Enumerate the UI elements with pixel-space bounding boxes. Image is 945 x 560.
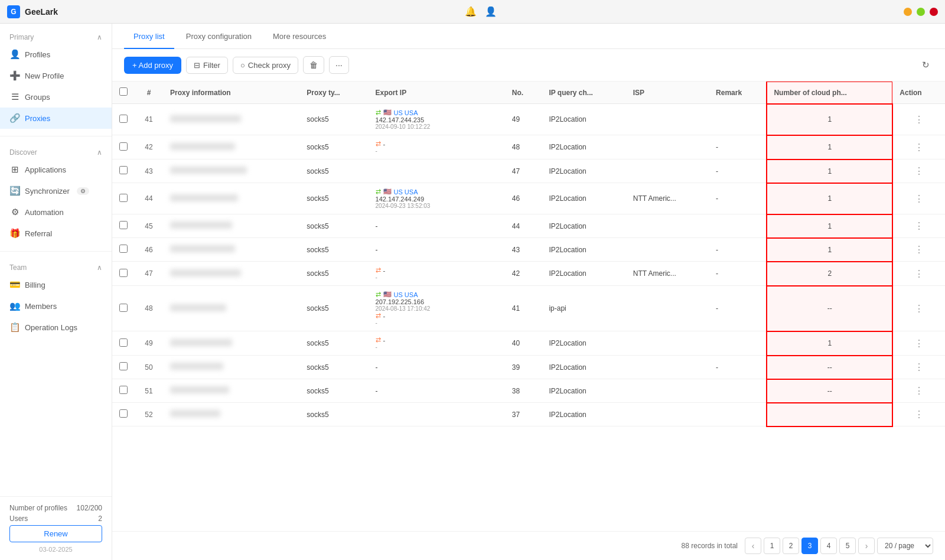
cloud-phones-cell: -- (767, 356, 892, 379)
primary-section-header[interactable]: Primary ∧ (0, 28, 112, 44)
more-button[interactable]: ··· (329, 56, 349, 74)
row-action-button[interactable]: ⋮ (911, 141, 927, 154)
proxy-info-cell (163, 183, 299, 214)
no-cell: 37 (505, 403, 542, 426)
no-cell: 47 (505, 159, 542, 183)
proxy-type-cell: socks5 (299, 183, 368, 214)
sidebar-item-new-profile[interactable]: ➕ New Profile (0, 65, 112, 86)
row-checkbox[interactable] (119, 386, 128, 394)
row-checkbox[interactable] (119, 269, 128, 277)
sidebar-item-automation[interactable]: ⚙ Automation (0, 201, 112, 223)
remark-cell: - (709, 356, 767, 379)
row-checkbox[interactable] (119, 304, 128, 312)
tab-more-resources[interactable]: More resources (263, 24, 335, 49)
team-section-header[interactable]: Team ∧ (0, 259, 112, 274)
row-action-button[interactable]: ⋮ (911, 408, 927, 421)
exchange-green-icon: ⇄ (376, 188, 381, 196)
select-all-checkbox[interactable] (119, 87, 128, 96)
page-1-button[interactable]: 1 (764, 538, 780, 554)
row-checkbox[interactable] (119, 338, 128, 347)
row-action-button[interactable]: ⋮ (911, 219, 927, 233)
automation-label: Automation (25, 208, 64, 217)
row-checkbox-cell[interactable] (112, 238, 135, 262)
page-3-button[interactable]: 3 (801, 538, 818, 554)
row-action-button[interactable]: ⋮ (911, 113, 927, 126)
row-checkbox-cell[interactable] (112, 379, 135, 403)
row-checkbox-cell[interactable] (112, 214, 135, 238)
proxy-type-cell: socks5 (299, 286, 368, 331)
refresh-button[interactable]: ↻ (918, 56, 933, 74)
maximize-button[interactable]: □ (917, 8, 925, 16)
header-checkbox[interactable] (112, 82, 135, 104)
users-info: Users 2 (9, 515, 102, 523)
cloud-phones-cell: -- (767, 379, 892, 403)
row-checkbox[interactable] (119, 409, 128, 418)
row-checkbox-cell[interactable] (112, 262, 135, 286)
row-checkbox[interactable] (119, 142, 128, 151)
row-checkbox[interactable] (119, 221, 128, 229)
add-proxy-button[interactable]: + Add proxy (124, 57, 181, 74)
table-row: 49 socks5 ⇄ - - 40 IP2Location 1 ⋮ (112, 331, 945, 356)
close-button[interactable]: × (930, 8, 938, 16)
row-action-button[interactable]: ⋮ (911, 384, 927, 398)
row-checkbox-cell[interactable] (112, 331, 135, 356)
row-action-button[interactable]: ⋮ (911, 164, 927, 178)
row-checkbox-cell[interactable] (112, 104, 135, 135)
row-checkbox[interactable] (119, 245, 128, 253)
proxies-label: Proxies (25, 114, 50, 123)
check-proxy-button[interactable]: ○ Check proxy (233, 57, 298, 74)
row-checkbox[interactable] (119, 115, 128, 123)
renew-button[interactable]: Renew (9, 525, 102, 542)
row-checkbox-cell[interactable] (112, 183, 135, 214)
row-checkbox[interactable] (119, 362, 128, 370)
per-page-select[interactable]: 20 / page 50 / page 100 / page (877, 538, 933, 554)
users-label: Users (9, 515, 28, 523)
minimize-button[interactable]: − (904, 8, 912, 16)
sidebar-item-profiles[interactable]: 👤 Profiles (0, 44, 112, 65)
sidebar-item-proxies[interactable]: 🔗 Proxies (0, 108, 112, 129)
row-checkbox[interactable] (119, 194, 128, 202)
user-icon[interactable]: 👤 (485, 6, 497, 17)
sidebar-item-applications[interactable]: ⊞ Applications (0, 159, 112, 180)
users-count: 2 (98, 515, 102, 523)
synchronizer-icon: 🔄 (9, 185, 20, 196)
tab-proxy-list[interactable]: Proxy list (124, 24, 174, 49)
row-action-button[interactable]: ⋮ (911, 360, 927, 374)
row-action-button[interactable]: ⋮ (911, 243, 927, 256)
row-action-button[interactable]: ⋮ (911, 302, 927, 315)
export-ip-cell: ⇄ 🇺🇸 US USA 142.147.244.249 2024-09-23 1… (369, 183, 505, 214)
billing-icon: 💳 (9, 279, 20, 290)
row-checkbox-cell[interactable] (112, 135, 135, 159)
filter-button[interactable]: ⊟ Filter (186, 57, 228, 74)
row-checkbox-cell[interactable] (112, 403, 135, 426)
discover-section-header[interactable]: Discover ∧ (0, 144, 112, 159)
row-checkbox-cell[interactable] (112, 286, 135, 331)
sidebar-item-billing[interactable]: 💳 Billing (0, 274, 112, 295)
row-checkbox-cell[interactable] (112, 356, 135, 379)
row-action-button[interactable]: ⋮ (911, 337, 927, 350)
ip-query-cell: IP2Location (542, 104, 625, 135)
delete-button[interactable]: 🗑 (303, 56, 324, 74)
row-action-button[interactable]: ⋮ (911, 267, 927, 281)
secondary-dash: - (383, 267, 386, 274)
row-checkbox[interactable] (119, 166, 128, 174)
sidebar-item-referral[interactable]: 🎁 Referral (0, 223, 112, 244)
page-2-button[interactable]: 2 (783, 538, 799, 554)
row-checkbox-cell[interactable] (112, 159, 135, 183)
exchange-green-icon: ⇄ (376, 109, 381, 116)
page-4-button[interactable]: 4 (820, 538, 837, 554)
row-action-button[interactable]: ⋮ (911, 192, 927, 206)
notification-icon[interactable]: 🔔 (465, 6, 477, 17)
sidebar-item-operation-logs[interactable]: 📋 Operation Logs (0, 317, 112, 338)
isp-cell (626, 331, 709, 356)
secondary-dash: - (383, 141, 386, 148)
sidebar-item-members[interactable]: 👥 Members (0, 295, 112, 317)
next-page-button[interactable]: › (858, 538, 875, 554)
page-5-button[interactable]: 5 (839, 538, 856, 554)
tab-proxy-configuration[interactable]: Proxy configuration (177, 24, 261, 49)
ip-query-cell: IP2Location (542, 159, 625, 183)
prev-page-button[interactable]: ‹ (745, 538, 761, 554)
country-name: US USA (394, 188, 418, 196)
sidebar-item-groups[interactable]: ☰ Groups (0, 86, 112, 108)
sidebar-item-synchronizer[interactable]: 🔄 Synchronizer ⚙ (0, 180, 112, 201)
